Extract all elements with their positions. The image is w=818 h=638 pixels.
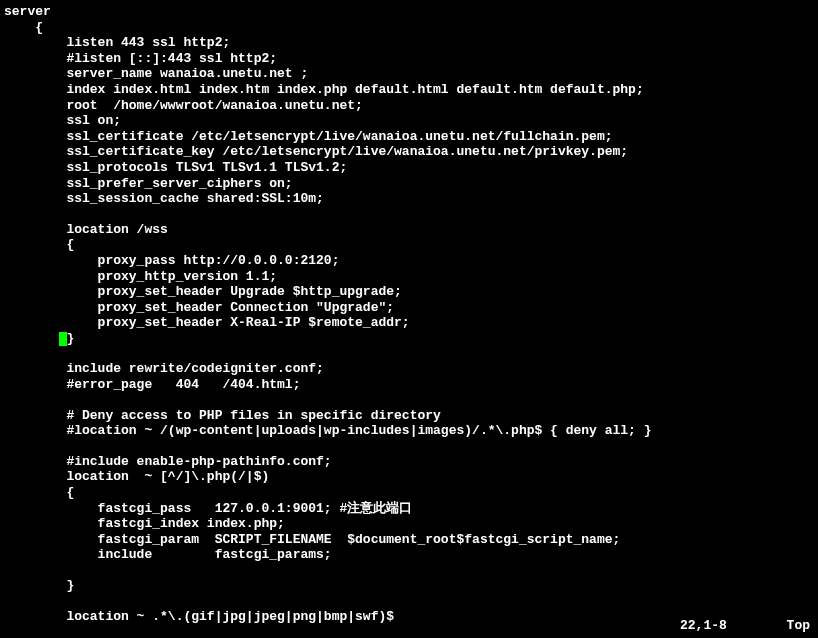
cursor-position: 22,1-8	[680, 618, 740, 634]
config-line: proxy_set_header Upgrade $http_upgrade;	[4, 284, 818, 300]
config-line	[4, 393, 818, 408]
config-line: listen 443 ssl http2;	[4, 35, 818, 51]
config-line: root /home/wwwroot/wanaioa.unetu.net;	[4, 98, 818, 114]
config-line: {	[4, 20, 818, 36]
config-line: location /wss	[4, 222, 818, 238]
config-line: ssl on;	[4, 113, 818, 129]
config-line: proxy_http_version 1.1;	[4, 269, 818, 285]
config-line	[4, 594, 818, 609]
config-line: {	[4, 485, 818, 501]
config-line: ssl_certificate_key /etc/letsencrypt/liv…	[4, 144, 818, 160]
config-line: #location ~ /(wp-content|uploads|wp-incl…	[4, 423, 818, 439]
config-line: ssl_session_cache shared:SSL:10m;	[4, 191, 818, 207]
config-line	[4, 346, 818, 361]
config-line	[4, 563, 818, 578]
terminal-content[interactable]: server { listen 443 ssl http2; #listen […	[4, 4, 818, 624]
config-line: proxy_set_header Connection "Upgrade";	[4, 300, 818, 316]
config-line: proxy_set_header X-Real-IP $remote_addr;	[4, 315, 818, 331]
config-line: proxy_pass http://0.0.0.0:2120;	[4, 253, 818, 269]
config-line: {	[4, 237, 818, 253]
config-line: include rewrite/codeigniter.conf;	[4, 361, 818, 377]
config-line: #include enable-php-pathinfo.conf;	[4, 454, 818, 470]
config-line: ssl_prefer_server_ciphers on;	[4, 176, 818, 192]
config-line	[4, 439, 818, 454]
config-line: server_name wanaioa.unetu.net ;	[4, 66, 818, 82]
config-line: fastcgi_param SCRIPT_FILENAME $document_…	[4, 532, 818, 548]
config-line: ssl_protocols TLSv1 TLSv1.1 TLSv1.2;	[4, 160, 818, 176]
config-line: #error_page 404 /404.html;	[4, 377, 818, 393]
config-line: include fastcgi_params;	[4, 547, 818, 563]
config-line: }	[4, 578, 818, 594]
config-line	[4, 207, 818, 222]
config-line: ssl_certificate /etc/letsencrypt/live/wa…	[4, 129, 818, 145]
config-line: fastcgi_index index.php;	[4, 516, 818, 532]
config-line: # Deny access to PHP files in specific d…	[4, 408, 818, 424]
config-line: location ~ [^/]\.php(/|$)	[4, 469, 818, 485]
scroll-indicator: Top	[780, 618, 810, 634]
config-line: fastcgi_pass 127.0.0.1:9001; #注意此端口	[4, 501, 818, 517]
config-line: }	[4, 331, 818, 347]
config-line: #listen [::]:443 ssl http2;	[4, 51, 818, 67]
config-line: index index.html index.htm index.php def…	[4, 82, 818, 98]
vim-status-bar: 22,1-8 Top	[680, 618, 810, 634]
cursor	[59, 332, 67, 346]
config-line: server	[4, 4, 818, 20]
